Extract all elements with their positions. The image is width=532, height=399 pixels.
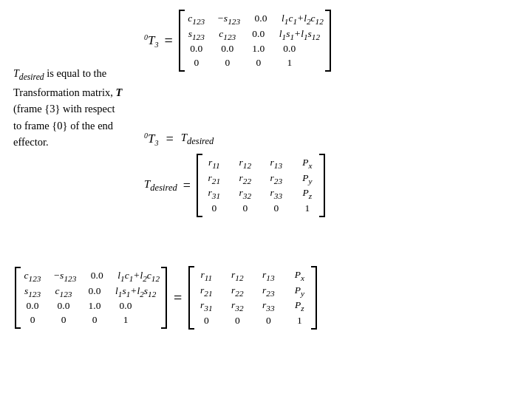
matrix-row: 0.0 0.0 1.0 0.0	[22, 300, 160, 312]
mid-equation: 0T3 = Tdesired	[144, 132, 214, 147]
mid-equals: =	[161, 132, 177, 147]
matrix-row: c123 −s123 0.0 l1c1+l2c12	[22, 270, 160, 283]
bottom-equation: c123 −s123 0.0 l1c1+l2c12 s123 c123 0.0 …	[15, 266, 317, 330]
tdes-matrix-content: r11 r12 r13 Px r21 r22 r23 Py r31 r32	[204, 154, 318, 217]
top-matrix-content: c123 −s123 0.0 l1c1+l2c12 s123 c123 0.0 …	[186, 10, 324, 72]
top-matrix-equation: 0T3 = c123 −s123 0.0 l1c1+l2c12 s123 c12…	[144, 10, 331, 72]
tdes-matrix-equation: Tdesired = r11 r12 r13 Px r21 r22 r23 Py	[144, 154, 325, 217]
bottom-lhs-bracket: c123 −s123 0.0 l1c1+l2c12 s123 c123 0.0 …	[15, 267, 167, 329]
bottom-equals: =	[171, 290, 185, 307]
matrix-row: 0 0 0 1	[196, 315, 310, 327]
mid-rhs-label: Tdesired	[181, 132, 214, 147]
tdes-matrix-bracket: r11 r12 r13 Px r21 r22 r23 Py r31 r32	[197, 154, 325, 217]
matrix-row: r31 r32 r33 Pz	[196, 299, 310, 313]
t-desired-label: Tdesired is equal to the	[13, 67, 106, 79]
top-lhs-label: 0T3	[144, 33, 158, 49]
matrix-row: 0 0 0 1	[204, 202, 318, 214]
matrix-row: r31 r32 r33 Pz	[204, 187, 318, 200]
bottom-rhs-content: r11 r12 r13 Px r21 r22 r23 Py r31 r32 r3…	[196, 266, 310, 330]
mid-lhs-label: 0T3	[144, 132, 158, 147]
top-equals: =	[161, 33, 175, 50]
tdes-equals: =	[180, 178, 194, 194]
description-text: Tdesired is equal to the Transformation …	[13, 65, 143, 151]
matrix-row: c123 −s123 0.0 l1c1+l2c12	[186, 13, 324, 26]
matrix-row: r21 r22 r23 Py	[196, 284, 310, 298]
bottom-rhs-bracket: r11 r12 r13 Px r21 r22 r23 Py r31 r32 r3…	[188, 266, 317, 330]
bottom-lhs-content: c123 −s123 0.0 l1c1+l2c12 s123 c123 0.0 …	[22, 267, 160, 329]
matrix-row: s123 c123 0.0 l1s1+l1s12	[186, 28, 324, 41]
matrix-row: 0.0 0.0 1.0 0.0	[186, 43, 324, 55]
tdes-lhs-label: Tdesired	[144, 178, 177, 194]
matrix-row: r21 r22 r23 Py	[204, 172, 318, 185]
matrix-row: r11 r12 r13 Px	[204, 157, 318, 170]
matrix-row: 0 0 0 1	[22, 314, 160, 326]
matrix-row: s123 c123 0.0 l1s1+l2s12	[22, 285, 160, 299]
matrix-row: r11 r12 r13 Px	[196, 269, 310, 282]
matrix-row: 0 0 0 1	[186, 57, 324, 69]
top-matrix-bracket: c123 −s123 0.0 l1c1+l2c12 s123 c123 0.0 …	[179, 10, 331, 72]
